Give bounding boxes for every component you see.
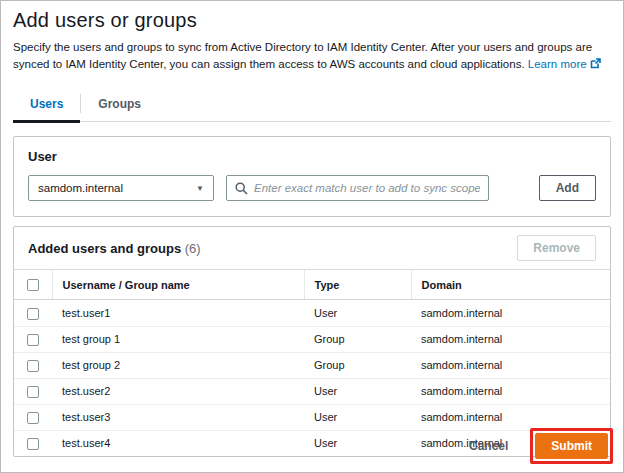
cell-type: User xyxy=(304,404,411,430)
add-button[interactable]: Add xyxy=(539,175,596,201)
user-panel-heading: User xyxy=(28,149,596,164)
table-row: test.user2 User samdom.internal xyxy=(14,378,610,404)
column-header-type: Type xyxy=(304,270,411,300)
cell-username: test.user3 xyxy=(52,404,304,430)
cell-username: test group 1 xyxy=(52,326,304,352)
row-checkbox[interactable] xyxy=(27,438,39,450)
learn-more-link[interactable]: Learn more xyxy=(528,58,601,70)
select-all-checkbox[interactable] xyxy=(27,279,39,291)
page-title: Add users or groups xyxy=(13,9,611,32)
tab-users[interactable]: Users xyxy=(13,90,80,123)
added-users-count: (6) xyxy=(185,241,201,256)
description-text: Specify the users and groups to sync fro… xyxy=(13,41,592,70)
learn-more-label: Learn more xyxy=(528,58,587,70)
table-row: test group 2 Group samdom.internal xyxy=(14,352,610,378)
added-users-panel: Added users and groups (6) Remove Userna… xyxy=(13,226,611,457)
cell-type: Group xyxy=(304,352,411,378)
cell-domain: samdom.internal xyxy=(411,326,610,352)
user-search-box xyxy=(226,175,489,201)
table-row: test group 1 Group samdom.internal xyxy=(14,326,610,352)
domain-select[interactable]: samdom.internal ▼ xyxy=(28,175,214,201)
cell-type: User xyxy=(304,430,411,456)
page-description: Specify the users and groups to sync fro… xyxy=(13,39,611,73)
annotation-highlight-red-box: Submit xyxy=(530,428,613,464)
column-header-domain: Domain xyxy=(411,270,610,300)
row-checkbox[interactable] xyxy=(27,360,39,372)
user-panel: User samdom.internal ▼ Add xyxy=(13,136,611,217)
table-header-row: Username / Group name Type Domain xyxy=(14,270,610,300)
remove-button[interactable]: Remove xyxy=(517,235,596,261)
tab-groups[interactable]: Groups xyxy=(81,90,158,121)
table-row: test.user1 User samdom.internal xyxy=(14,300,610,326)
cell-type: User xyxy=(304,378,411,404)
cell-type: Group xyxy=(304,326,411,352)
row-checkbox[interactable] xyxy=(27,334,39,346)
user-search-input[interactable] xyxy=(254,182,480,194)
cell-domain: samdom.internal xyxy=(411,300,610,326)
added-users-heading: Added users and groups (6) xyxy=(28,241,201,256)
row-checkbox[interactable] xyxy=(27,386,39,398)
cancel-button[interactable]: Cancel xyxy=(469,439,508,453)
form-actions: Cancel Submit xyxy=(469,428,613,464)
cell-username: test.user2 xyxy=(52,378,304,404)
domain-select-value: samdom.internal xyxy=(38,182,123,194)
cell-domain: samdom.internal xyxy=(411,404,610,430)
search-icon xyxy=(235,182,248,195)
tab-bar: Users Groups xyxy=(13,90,611,122)
cell-domain: samdom.internal xyxy=(411,352,610,378)
cell-username: test.user4 xyxy=(52,430,304,456)
column-header-username: Username / Group name xyxy=(52,270,304,300)
external-link-icon xyxy=(590,57,601,74)
added-users-heading-text: Added users and groups xyxy=(28,241,181,256)
row-checkbox[interactable] xyxy=(27,308,39,320)
add-users-or-groups-page: Add users or groups Specify the users an… xyxy=(1,1,623,457)
table-row: test.user3 User samdom.internal xyxy=(14,404,610,430)
cell-type: User xyxy=(304,300,411,326)
cell-username: test.user1 xyxy=(52,300,304,326)
chevron-down-icon: ▼ xyxy=(196,184,204,193)
cell-username: test group 2 xyxy=(52,352,304,378)
cell-domain: samdom.internal xyxy=(411,378,610,404)
submit-button[interactable]: Submit xyxy=(535,433,608,459)
row-checkbox[interactable] xyxy=(27,412,39,424)
